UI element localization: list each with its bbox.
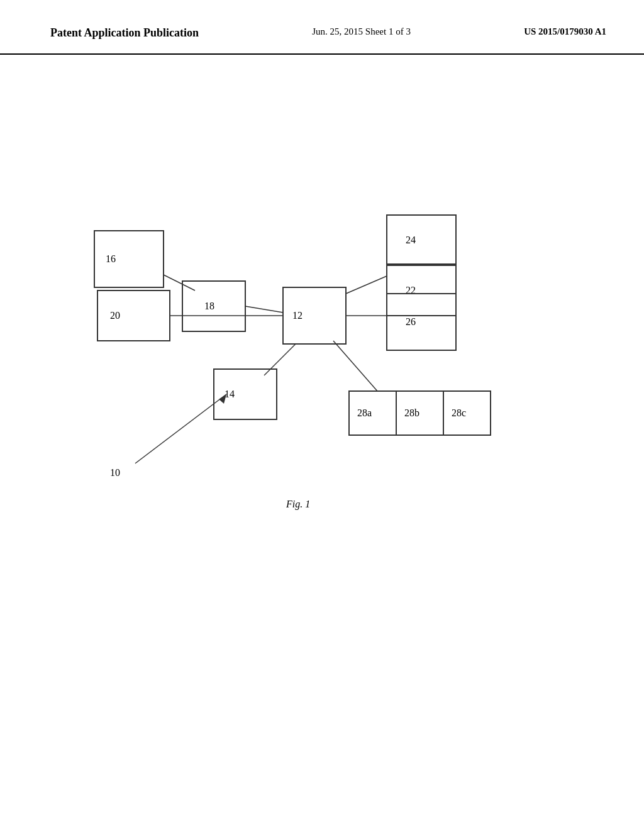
svg-line-28 [333, 341, 377, 391]
patent-diagram: 12 14 16 18 20 22 24 26 28a 28b 28c [0, 105, 644, 545]
svg-rect-4 [94, 231, 164, 287]
svg-rect-10 [387, 265, 456, 316]
svg-rect-14 [387, 294, 456, 350]
svg-text:28c: 28c [452, 407, 466, 418]
svg-line-22 [164, 275, 195, 290]
svg-text:28b: 28b [404, 407, 419, 418]
diagram-label-10: 10 [110, 467, 120, 478]
svg-rect-8 [97, 290, 170, 341]
page-header: Patent Application Publication Jun. 25, … [0, 0, 644, 55]
diagram-area: 12 14 16 18 20 22 24 26 28a 28b 28c [0, 105, 644, 545]
svg-rect-20 [443, 391, 491, 435]
svg-line-26 [346, 276, 387, 294]
svg-text:24: 24 [406, 235, 416, 245]
publication-label: Patent Application Publication [50, 25, 199, 41]
svg-text:12: 12 [292, 310, 303, 321]
svg-rect-18 [396, 391, 443, 435]
svg-text:16: 16 [106, 253, 116, 264]
figure-label: Fig. 1 [286, 499, 310, 510]
svg-text:20: 20 [110, 310, 120, 321]
svg-rect-12 [387, 215, 456, 264]
svg-text:26: 26 [406, 316, 416, 327]
svg-rect-2 [214, 369, 277, 419]
svg-line-25 [264, 344, 296, 375]
sheet-info: Jun. 25, 2015 Sheet 1 of 3 [312, 25, 411, 38]
svg-text:14: 14 [225, 389, 235, 399]
svg-line-23 [245, 306, 283, 313]
patent-number: US 2015/0179030 A1 [524, 25, 606, 38]
svg-text:18: 18 [204, 301, 214, 311]
svg-text:28a: 28a [357, 407, 372, 418]
svg-line-29 [135, 394, 226, 463]
svg-rect-16 [349, 391, 396, 435]
